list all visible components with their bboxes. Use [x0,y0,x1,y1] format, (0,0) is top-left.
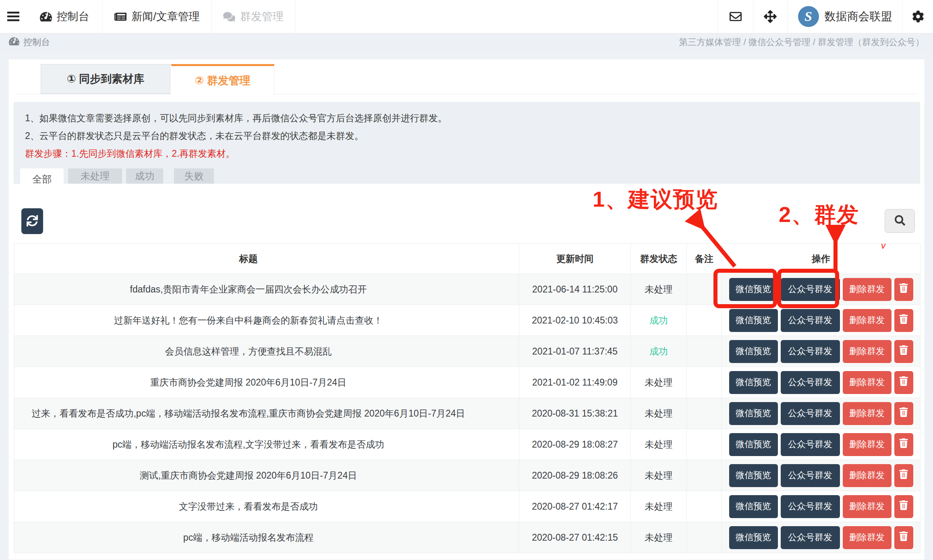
trash-button[interactable] [894,309,913,332]
cell-title: 重庆市商协会党建周报 2020年6月10日-7月24日 [14,367,519,398]
cell-actions: 微信预览 公众号群发 删除群发 [722,491,921,522]
brand-logo: S [798,6,819,27]
envelope-icon [729,10,742,23]
trash-button[interactable] [894,402,913,425]
wechat-preview-button[interactable]: 微信预览 [729,495,778,518]
nav-item-dashboard[interactable]: 控制台 [27,0,103,33]
wechat-preview-button[interactable]: 微信预览 [729,464,778,487]
search-button[interactable] [885,209,915,233]
fullscreen-button[interactable] [753,0,787,33]
official-account-send-button[interactable]: 公众号群发 [781,526,840,549]
official-account-send-button[interactable]: 公众号群发 [781,340,840,363]
official-account-send-button[interactable]: 公众号群发 [781,402,840,425]
cell-update-time: 2021-02-10 10:45:03 [519,305,631,336]
refresh-button[interactable] [21,208,43,234]
delete-send-button[interactable]: 删除群发 [843,495,892,518]
table-header-row: 标题 更新时间 群发状态 备注 操作 [14,244,921,274]
table-row: pc端，移动端活动报名发布流程,文字没带过来，看看发布是否成功 2020-08-… [14,429,921,460]
annotation-send-label: 2、群发 [779,200,859,230]
breadcrumb-home[interactable]: 控制台 [9,36,50,48]
cell-actions: 微信预览 公众号群发 删除群发 [722,305,921,336]
delete-send-button[interactable]: 删除群发 [843,402,892,425]
official-account-send-button[interactable]: 公众号群发 [781,309,840,332]
filter-tab-all[interactable]: 全部 [20,168,64,190]
trash-button[interactable] [894,495,913,518]
delete-send-button[interactable]: 删除群发 [843,433,892,456]
wechat-preview-button[interactable]: 微信预览 [729,402,778,425]
nav-item-news-management[interactable]: 新闻/文章管理 [103,0,212,33]
cell-update-time: 2020-08-31 15:38:21 [519,398,631,429]
notice-line-steps: 群发步骤：1.先同步到微信素材库，2.再群发素材。 [25,145,920,162]
wechat-preview-button[interactable]: 微信预览 [729,278,778,301]
cell-title: fdafdas,贵阳市青年企业家商会一届四次会长办公成功召开 [14,274,519,305]
official-account-send-button[interactable]: 公众号群发 [781,278,840,301]
table-row: 文字没带过来，看看发布是否成功 2020-08-27 01:42:17 未处理 … [14,491,921,522]
delete-send-button[interactable]: 删除群发 [843,526,892,549]
trash-button[interactable] [894,340,913,363]
cell-title: 会员信息这样管理，方便查找且不易混乱 [14,336,519,367]
cell-update-time: 2020-08-27 01:42:17 [519,491,631,522]
cell-update-time: 2020-08-29 18:08:26 [519,460,631,491]
filter-tab-failed[interactable]: 失败 [174,168,214,184]
delete-send-button[interactable]: 删除群发 [843,278,892,301]
wechat-preview-button[interactable]: 微信预览 [729,526,778,549]
nav-item-mass-send[interactable]: 群发管理 [212,0,295,33]
breadcrumb-bar: 控制台 第三方媒体管理 / 微信公众号管理 / 群发管理（群发到公众号） [0,34,933,51]
trash-icon [899,500,908,512]
cell-remark [687,305,722,336]
delete-send-button[interactable]: 删除群发 [843,464,892,487]
delete-send-button[interactable]: 删除群发 [843,309,892,332]
cell-actions: 微信预览 公众号群发 删除群发 [722,367,921,398]
trash-button[interactable] [894,464,913,487]
header-send-status: 群发状态 [631,244,687,274]
wechat-preview-button[interactable]: 微信预览 [729,340,778,363]
official-account-send-button[interactable]: 公众号群发 [781,495,840,518]
official-account-send-button[interactable]: 公众号群发 [781,464,840,487]
table-row: fdafdas,贵阳市青年企业家商会一届四次会长办公成功召开 2021-06-1… [14,274,921,305]
cell-remark [687,429,722,460]
cell-send-status: 未处理 [631,367,687,398]
mass-send-table: 标题 更新时间 群发状态 备注 操作 fdafdas,贵阳市青年企业家商会一届四… [14,243,921,553]
cell-actions: 微信预览 公众号群发 删除群发 [722,398,921,429]
filter-tab-pending[interactable]: 未处理 [68,168,122,184]
delete-send-button[interactable]: 删除群发 [843,340,892,363]
trash-button[interactable] [894,526,913,549]
settings-button[interactable] [902,0,933,33]
trash-button[interactable] [894,433,913,456]
trash-button[interactable] [894,278,913,301]
newspaper-icon [114,11,126,22]
search-icon [895,215,905,227]
filter-tab-success[interactable]: 成功 [126,168,163,184]
messages-button[interactable] [717,0,753,33]
wechat-icon [223,11,235,22]
wechat-preview-button[interactable]: 微信预览 [729,433,778,456]
trash-button[interactable] [894,371,913,394]
cell-actions: 微信预览 公众号群发 删除群发 [722,522,921,553]
refresh-icon [27,215,38,228]
cell-title: 过新年送好礼！您有一份来自中科趣商会的新春贺礼请点击查收！ [14,305,519,336]
hamburger-menu-button[interactable] [0,0,27,33]
breadcrumb-home-label: 控制台 [23,36,50,48]
wechat-preview-button[interactable]: 微信预览 [729,371,778,394]
header-remark: 备注 [687,244,722,274]
navbar-spacer [295,0,717,33]
cell-send-status: 未处理 [631,429,687,460]
account-menu[interactable]: S 数据商会联盟 [787,0,902,33]
trash-icon [899,407,908,419]
table-row: pc端，移动端活动报名发布流程 2020-08-27 01:42:15 未处理 … [14,522,921,553]
tab-mass-send-management[interactable]: ② 群发管理 [171,64,274,95]
tachometer-icon [40,11,52,22]
content-card: ① 同步到素材库 ② 群发管理 1、如果微信文章需要选择原创，可以先同步到素材库… [8,59,925,560]
delete-send-button[interactable]: 删除群发 [843,371,892,394]
table-row: 测试,重庆市商协会党建周报 2020年6月10日-7月24日 2020-08-2… [14,460,921,491]
cell-send-status: 未处理 [631,460,687,491]
nav-item-label: 新闻/文章管理 [131,9,200,24]
official-account-send-button[interactable]: 公众号群发 [781,371,840,394]
wechat-preview-button[interactable]: 微信预览 [729,309,778,332]
cell-title: 文字没带过来，看看发布是否成功 [14,491,519,522]
official-account-send-button[interactable]: 公众号群发 [781,433,840,456]
breadcrumb-trail: 第三方媒体管理 / 微信公众号管理 / 群发管理（群发到公众号） [679,36,924,48]
cell-update-time: 2020-08-29 18:08:27 [519,429,631,460]
cell-send-status: 成功 [631,336,687,367]
tab-sync-to-library[interactable]: ① 同步到素材库 [41,64,170,94]
